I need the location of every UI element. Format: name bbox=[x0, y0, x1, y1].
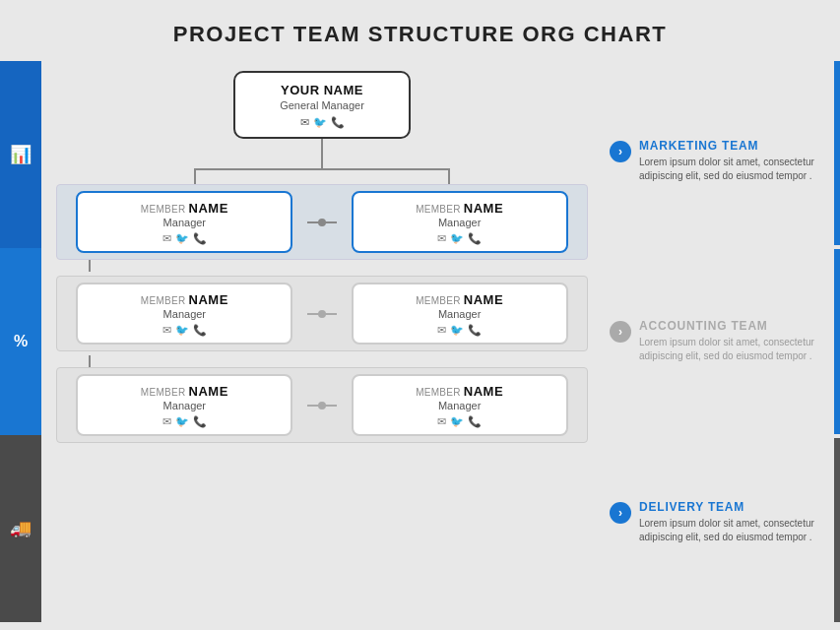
top-node: YOUR NAME General Manager ✉ 🐦 📞 bbox=[233, 71, 411, 139]
row1-connector bbox=[307, 191, 337, 253]
twitter-icon-r3r: 🐦 bbox=[450, 415, 464, 428]
member-title-r1l: Manager bbox=[90, 217, 279, 228]
delivery-chevron-wrap: › bbox=[610, 502, 631, 524]
node-icons-r1r: ✉ 🐦 📞 bbox=[365, 232, 554, 245]
info-block-accounting: › ACCOUNTING TEAM Lorem ipsum dolor sit … bbox=[610, 319, 814, 363]
twitter-icon-r2r: 🐦 bbox=[450, 324, 464, 337]
accounting-chevron-wrap: › bbox=[610, 321, 631, 343]
accent-seg-3 bbox=[834, 438, 840, 622]
member-label-r2l: MEMBER bbox=[141, 295, 186, 306]
v-lines-row1-to-row2 bbox=[51, 260, 593, 272]
node-icons-r3r: ✉ 🐦 📞 bbox=[365, 415, 554, 428]
chart-icon: 📊 bbox=[10, 144, 32, 165]
marketing-chevron-wrap: › bbox=[610, 141, 631, 162]
email-icon-r2r: ✉ bbox=[437, 324, 446, 337]
top-node-wrapper: YOUR NAME General Manager ✉ 🐦 📞 bbox=[51, 61, 593, 139]
org-row-3: MEMBER NAME Manager ✉ 🐦 📞 MEMBER NAME bbox=[56, 367, 588, 443]
org-row-1: MEMBER NAME Manager ✉ 🐦 📞 MEMBER bbox=[56, 184, 588, 260]
member-label-r1r: MEMBER bbox=[416, 204, 461, 215]
side-icon-delivery: 🚚 bbox=[0, 435, 41, 622]
org-node-row1-left: MEMBER NAME Manager ✉ 🐦 📞 bbox=[76, 191, 292, 253]
org-node-row2-left: MEMBER NAME Manager ✉ 🐦 📞 bbox=[76, 283, 292, 345]
delivery-info-text: DELIVERY TEAM Lorem ipsum dolor sit amet… bbox=[639, 500, 814, 544]
accent-seg-2 bbox=[834, 249, 840, 433]
node-icons-r3l: ✉ 🐦 📞 bbox=[90, 415, 279, 428]
h-span-row1 bbox=[81, 168, 563, 184]
twitter-icon: 🐦 bbox=[313, 116, 327, 129]
phone-icon-r3l: 📞 bbox=[193, 415, 207, 428]
accounting-team-desc: Lorem ipsum dolor sit amet, consectetur … bbox=[639, 336, 814, 363]
row2-connector bbox=[307, 283, 337, 345]
member-name-r1r: NAME bbox=[464, 201, 503, 216]
delivery-icon: 🚚 bbox=[10, 518, 32, 539]
info-block-delivery: › DELIVERY TEAM Lorem ipsum dolor sit am… bbox=[610, 500, 814, 544]
phone-icon-r3r: 📞 bbox=[468, 415, 482, 428]
accent-seg-1 bbox=[834, 61, 840, 245]
phone-icon-r1r: 📞 bbox=[468, 232, 482, 245]
phone-icon: 📞 bbox=[331, 116, 345, 129]
delivery-team-title: DELIVERY TEAM bbox=[639, 500, 814, 514]
delivery-team-desc: Lorem ipsum dolor sit amet, consectetur … bbox=[639, 517, 814, 544]
member-name-r2r: NAME bbox=[464, 292, 503, 307]
right-info-panel: › MARKETING TEAM Lorem ipsum dolor sit a… bbox=[600, 61, 826, 622]
row3-connector bbox=[307, 374, 337, 436]
twitter-icon-r3l: 🐦 bbox=[175, 415, 189, 428]
top-node-title: General Manager bbox=[249, 99, 395, 111]
right-accent-bar bbox=[834, 61, 840, 622]
marketing-team-title: MARKETING TEAM bbox=[639, 139, 814, 153]
info-block-marketing: › MARKETING TEAM Lorem ipsum dolor sit a… bbox=[610, 139, 814, 183]
marketing-info-text: MARKETING TEAM Lorem ipsum dolor sit ame… bbox=[639, 139, 814, 183]
v-lines-row2-to-row3 bbox=[51, 355, 593, 367]
page-title: PROJECT TEAM STRUCTURE ORG CHART bbox=[0, 0, 840, 61]
member-label-r2r: MEMBER bbox=[416, 295, 461, 306]
accounting-info-text: ACCOUNTING TEAM Lorem ipsum dolor sit am… bbox=[639, 319, 814, 363]
email-icon-r1l: ✉ bbox=[162, 232, 171, 245]
org-chart-area: YOUR NAME General Manager ✉ 🐦 📞 bbox=[41, 61, 603, 622]
member-title-r3r: Manager bbox=[365, 400, 554, 411]
org-node-row3-left: MEMBER NAME Manager ✉ 🐦 📞 bbox=[76, 374, 292, 436]
node-icons-r2l: ✉ 🐦 📞 bbox=[90, 324, 279, 337]
member-title-r2r: Manager bbox=[365, 308, 554, 320]
accounting-team-title: ACCOUNTING TEAM bbox=[639, 319, 814, 333]
twitter-icon-r1r: 🐦 bbox=[450, 232, 464, 245]
marketing-team-desc: Lorem ipsum dolor sit amet, consectetur … bbox=[639, 156, 814, 183]
email-icon-r3l: ✉ bbox=[162, 415, 171, 428]
v-line-from-top bbox=[51, 139, 593, 168]
side-icon-panel: 📊 % 🚚 bbox=[0, 61, 41, 622]
org-node-row1-right: MEMBER NAME Manager ✉ 🐦 📞 bbox=[352, 191, 568, 253]
twitter-icon-r2l: 🐦 bbox=[175, 324, 189, 337]
org-node-row2-right: MEMBER NAME Manager ✉ 🐦 📞 bbox=[352, 283, 568, 345]
top-node-icons: ✉ 🐦 📞 bbox=[249, 116, 395, 129]
marketing-chevron-icon: › bbox=[610, 141, 631, 162]
org-node-row3-right: MEMBER NAME Manager ✉ 🐦 📞 bbox=[352, 374, 568, 436]
email-icon-r2l: ✉ bbox=[162, 324, 171, 337]
email-icon-r3r: ✉ bbox=[437, 415, 446, 428]
org-row-2: MEMBER NAME Manager ✉ 🐦 📞 MEMBER NAME bbox=[56, 276, 588, 351]
side-icon-chart: 📊 bbox=[0, 61, 41, 248]
node-icons-r1l: ✉ 🐦 📞 bbox=[90, 232, 279, 245]
member-name-r2l: NAME bbox=[189, 292, 228, 307]
side-icon-percent: % bbox=[0, 248, 41, 435]
member-title-r1r: Manager bbox=[365, 217, 554, 228]
accounting-chevron-icon: › bbox=[610, 321, 631, 343]
member-name-r3l: NAME bbox=[189, 384, 228, 399]
twitter-icon-r1l: 🐦 bbox=[175, 232, 189, 245]
phone-icon-r1l: 📞 bbox=[193, 232, 207, 245]
member-title-r2l: Manager bbox=[90, 308, 279, 320]
member-label-r3r: MEMBER bbox=[416, 387, 461, 398]
percent-icon: % bbox=[14, 333, 28, 350]
phone-icon-r2r: 📞 bbox=[468, 324, 482, 337]
delivery-chevron-icon: › bbox=[610, 502, 631, 524]
member-name-r3r: NAME bbox=[464, 384, 503, 399]
member-label-r1l: MEMBER bbox=[141, 204, 186, 215]
member-label-r3l: MEMBER bbox=[141, 387, 186, 398]
member-title-r3l: Manager bbox=[90, 400, 279, 411]
top-node-name: YOUR NAME bbox=[249, 83, 395, 97]
member-name-r1l: NAME bbox=[189, 201, 228, 216]
email-icon-r1r: ✉ bbox=[437, 232, 446, 245]
phone-icon-r2l: 📞 bbox=[193, 324, 207, 337]
node-icons-r2r: ✉ 🐦 📞 bbox=[365, 324, 554, 337]
email-icon: ✉ bbox=[300, 116, 309, 129]
